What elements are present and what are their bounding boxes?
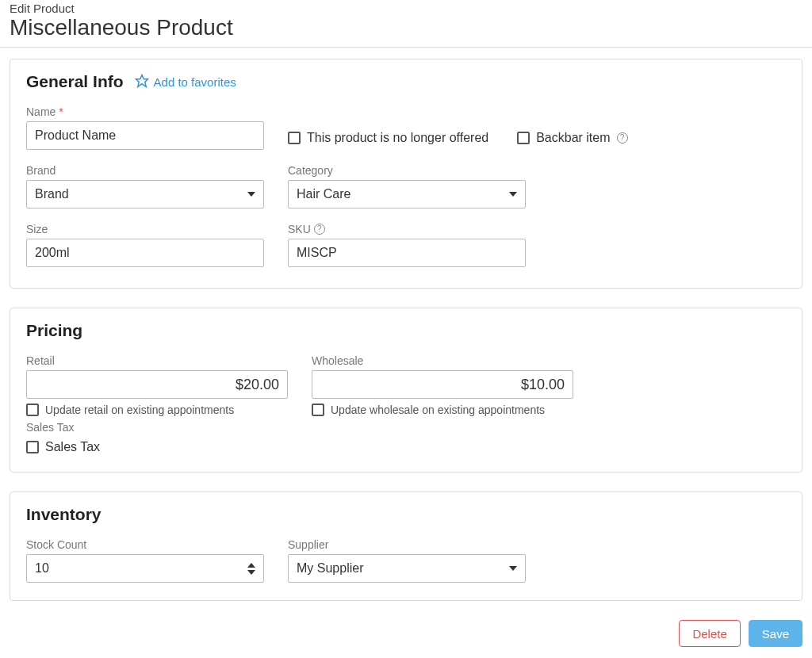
star-icon — [135, 74, 149, 90]
retail-value: $20.00 — [236, 377, 279, 393]
general-info-card: General Info Add to favorites Name* Prod… — [10, 59, 802, 289]
divider — [0, 47, 812, 48]
wholesale-update-label: Update wholesale on existing appointment… — [331, 404, 545, 416]
sales-tax-section-label: Sales Tax — [26, 421, 786, 434]
checkbox-icon — [26, 441, 39, 453]
wholesale-update-checkbox[interactable]: Update wholesale on existing appointment… — [312, 404, 573, 416]
brand-select[interactable]: Brand — [26, 180, 264, 208]
wholesale-label: Wholesale — [312, 354, 573, 367]
category-value: Hair Care — [297, 187, 350, 201]
size-input[interactable]: 200ml — [26, 239, 264, 267]
name-value: Product Name — [35, 128, 116, 143]
backbar-label: Backbar item — [536, 131, 610, 145]
name-input[interactable]: Product Name — [26, 121, 264, 150]
help-icon[interactable]: ? — [314, 224, 325, 235]
checkbox-icon — [312, 404, 324, 416]
stock-count-value: 10 — [35, 561, 49, 576]
delete-button[interactable]: Delete — [679, 620, 740, 647]
chevron-down-icon — [509, 566, 517, 571]
name-label: Name — [26, 105, 56, 118]
pricing-title: Pricing — [26, 321, 786, 340]
brand-value: Brand — [35, 187, 69, 201]
chevron-down-icon — [509, 192, 517, 197]
brand-label: Brand — [26, 164, 264, 177]
sku-label: SKU — [288, 223, 311, 235]
inventory-title: Inventory — [26, 505, 786, 524]
chevron-down-icon — [247, 192, 255, 197]
no-longer-offered-checkbox[interactable]: This product is no longer offered — [288, 131, 488, 145]
retail-update-label: Update retail on existing appointments — [45, 404, 234, 416]
sales-tax-label: Sales Tax — [45, 440, 100, 454]
size-value: 200ml — [35, 246, 70, 260]
category-select[interactable]: Hair Care — [288, 180, 526, 208]
add-to-favorites-link[interactable]: Add to favorites — [135, 74, 236, 90]
supplier-label: Supplier — [288, 538, 526, 551]
sku-value: MISCP — [297, 246, 337, 260]
stock-count-label: Stock Count — [26, 538, 264, 551]
checkbox-icon — [517, 132, 530, 144]
retail-input[interactable]: $20.00 — [26, 370, 288, 399]
sales-tax-checkbox[interactable]: Sales Tax — [26, 440, 786, 454]
supplier-select[interactable]: My Supplier — [288, 554, 526, 583]
size-label: Size — [26, 223, 264, 235]
svg-marker-0 — [136, 75, 147, 86]
category-label: Category — [288, 164, 526, 177]
supplier-value: My Supplier — [297, 561, 363, 576]
wholesale-input[interactable]: $10.00 — [312, 370, 573, 399]
no-longer-offered-label: This product is no longer offered — [307, 131, 488, 145]
stock-count-input[interactable]: 10 — [26, 554, 264, 583]
add-to-favorites-label: Add to favorites — [154, 75, 236, 89]
pricing-card: Pricing Retail $20.00 Update retail on e… — [10, 308, 802, 472]
retail-update-checkbox[interactable]: Update retail on existing appointments — [26, 404, 288, 416]
general-info-title: General Info — [26, 72, 124, 91]
retail-label: Retail — [26, 354, 288, 367]
inventory-card: Inventory Stock Count 10 Supplier My Sup… — [10, 492, 802, 601]
wholesale-value: $10.00 — [521, 377, 565, 393]
checkbox-icon — [288, 132, 301, 144]
help-icon[interactable]: ? — [617, 132, 628, 143]
checkbox-icon — [26, 404, 39, 416]
sku-input[interactable]: MISCP — [288, 239, 526, 267]
page-title: Miscellaneous Product — [10, 15, 802, 40]
save-button[interactable]: Save — [749, 620, 802, 647]
stepper-icon[interactable] — [247, 563, 255, 575]
backbar-checkbox[interactable]: Backbar item ? — [517, 131, 627, 145]
breadcrumb: Edit Product — [10, 0, 802, 15]
